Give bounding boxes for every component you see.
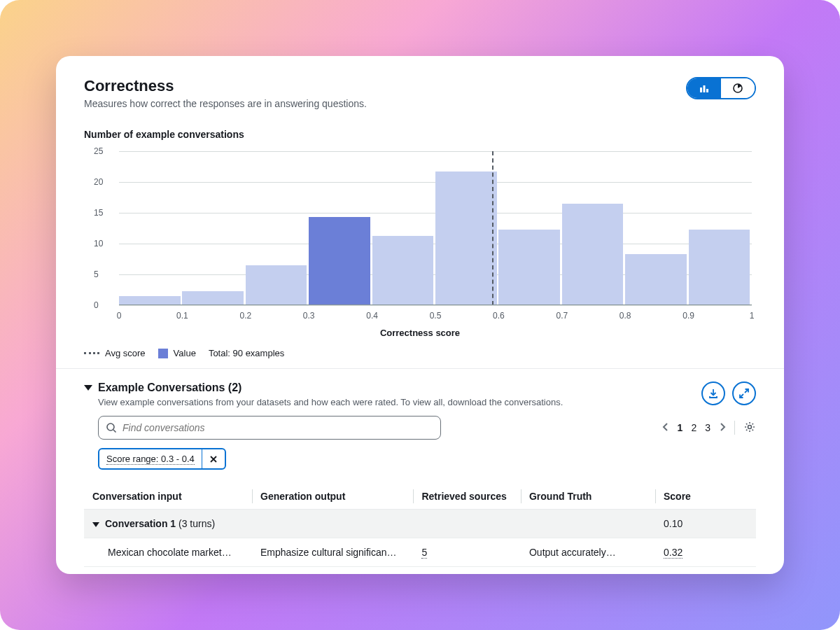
svg-rect-0 [700,88,702,92]
histogram-bar[interactable] [562,204,624,305]
pagination: 1 2 3 [662,421,756,435]
svg-point-4 [107,424,114,430]
group-score: 0.10 [655,510,756,538]
histogram-bar[interactable] [498,230,560,305]
col-score[interactable]: Score [655,484,756,510]
section-title: Example Conversations (2) [98,382,241,394]
card: Correctness Measures how correct the res… [56,56,784,574]
expand-button[interactable] [732,382,756,405]
x-tick-label: 0.2 [239,311,251,321]
legend-avg: Avg score [105,348,146,358]
histogram-bar[interactable] [625,254,687,305]
x-tick-label: 0.4 [366,311,378,321]
section-caret-icon[interactable] [84,385,92,391]
search-input[interactable] [122,422,433,433]
cell-truth: Output accurately… [521,538,655,567]
page-subtitle: Measures how correct the responses are i… [84,98,367,109]
svg-point-5 [748,425,752,428]
bar-chart-icon[interactable] [687,78,721,98]
pie-chart-icon[interactable] [721,78,755,98]
section-subtitle: View example conversations from your dat… [84,397,563,407]
x-tick-label: 0.1 [176,311,188,321]
search-icon [106,422,117,433]
chart-y-title: Number of example conversations [84,129,756,140]
page-2[interactable]: 2 [691,422,696,433]
svg-rect-2 [706,89,708,92]
next-page-button[interactable] [719,422,726,434]
settings-button[interactable] [743,421,756,435]
x-tick-label: 1 [750,311,755,321]
histogram-chart: 00.10.20.30.40.50.60.70.80.910510152025 … [84,144,756,338]
filter-chip-label[interactable]: Score range: 0.3 - 0.4 [99,449,202,468]
page-1[interactable]: 1 [678,422,683,433]
legend-total: Total: 90 examples [209,348,284,358]
x-tick-label: 0.6 [493,311,505,321]
col-sources[interactable]: Retrieved sources [413,484,521,510]
x-tick-label: 0.8 [620,311,631,321]
cell-sources: 5 [413,538,521,567]
histogram-bar[interactable] [309,217,370,305]
page-title: Correctness [84,77,367,95]
col-output[interactable]: Generation output [252,484,413,510]
cell-score: 0.32 [655,538,756,567]
chart-x-title: Correctness score [84,328,756,338]
x-tick-label: 0 [117,311,122,321]
histogram-bar[interactable] [372,236,434,305]
download-button[interactable] [701,382,725,405]
row-caret-icon [92,522,99,527]
prev-page-button[interactable] [662,422,669,434]
table-row[interactable]: Mexican chocolate market… Emphasize cult… [84,538,756,567]
legend-value: Value [174,348,196,358]
x-tick-label: 0.3 [303,311,315,321]
chart-legend: Avg score Value Total: 90 examples [84,348,756,368]
col-truth[interactable]: Ground Truth [521,484,655,510]
table-group-row[interactable]: Conversation 1 (3 turns) 0.10 [84,510,756,538]
x-tick-label: 0.7 [556,311,568,321]
page-3[interactable]: 3 [705,422,710,433]
x-tick-label: 0.9 [682,311,694,321]
histogram-bar[interactable] [182,291,244,305]
conversations-table: Conversation input Generation output Ret… [84,484,756,567]
histogram-bar[interactable] [435,172,497,305]
filter-chip-remove[interactable] [202,449,225,468]
search-input-container[interactable] [98,416,441,440]
col-input[interactable]: Conversation input [84,484,252,510]
cell-input: Mexican chocolate market… [84,538,252,567]
svg-rect-1 [704,85,706,92]
view-toggle[interactable] [686,77,756,99]
x-tick-label: 0.5 [430,311,442,321]
histogram-bar[interactable] [689,230,750,305]
filter-chip: Score range: 0.3 - 0.4 [98,448,226,470]
histogram-bar[interactable] [246,265,307,305]
avg-score-line [492,151,493,305]
cell-output: Emphasize cultural significan… [252,538,413,567]
